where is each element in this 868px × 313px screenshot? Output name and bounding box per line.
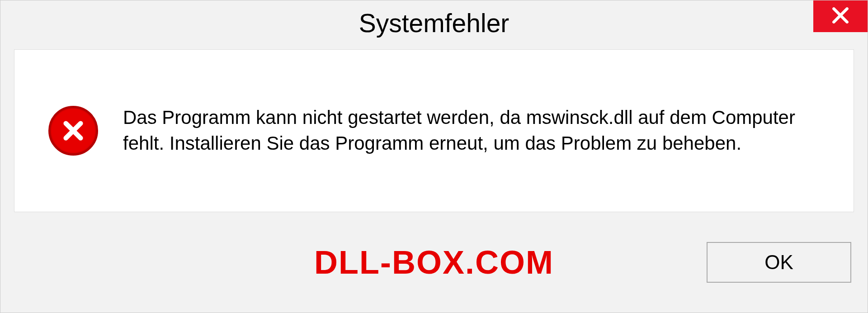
content-panel: Das Programm kann nicht gestartet werden… [14, 49, 854, 212]
error-message: Das Programm kann nicht gestartet werden… [123, 105, 835, 156]
close-icon [830, 5, 850, 27]
error-dialog: Systemfehler Das Programm kann nicht ges… [0, 0, 868, 313]
dialog-title: Systemfehler [359, 8, 509, 38]
watermark-text: DLL-BOX.COM [314, 244, 554, 281]
titlebar: Systemfehler [0, 0, 868, 46]
footer: DLL-BOX.COM OK [0, 212, 868, 313]
error-icon [46, 104, 100, 158]
ok-button[interactable]: OK [707, 242, 851, 283]
close-button[interactable] [813, 0, 868, 32]
